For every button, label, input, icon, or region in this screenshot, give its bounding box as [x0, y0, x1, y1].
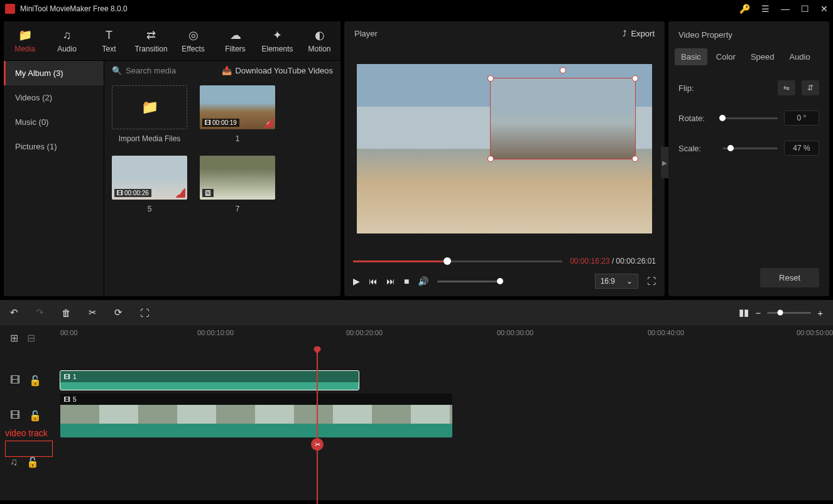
film-icon: 🎞: [64, 396, 70, 403]
property-panel: ▶ Video Property Basic Color Speed Audio…: [668, 21, 829, 296]
image-badge: 🖼: [202, 189, 214, 197]
import-label: Import Media Files: [119, 134, 181, 143]
delete-button[interactable]: 🗑: [62, 308, 71, 318]
crop-button[interactable]: ⛶: [140, 308, 150, 318]
tab-audio[interactable]: ♫Audio: [46, 21, 88, 60]
album-pictures[interactable]: Pictures (1): [4, 134, 104, 159]
flip-label: Flip:: [678, 83, 716, 93]
next-button[interactable]: ⏭: [386, 276, 395, 286]
tab-media[interactable]: 📁Media: [4, 21, 46, 60]
stop-button[interactable]: ■: [404, 276, 409, 286]
property-tab-color[interactable]: Color: [710, 48, 742, 65]
download-youtube-link[interactable]: 📥 Download YouTube Videos: [222, 66, 333, 75]
search-icon: 🔍: [112, 66, 122, 75]
filters-icon: ☁: [230, 28, 241, 42]
maximize-button[interactable]: ☐: [801, 4, 809, 14]
zoom-in-button[interactable]: +: [817, 308, 823, 318]
play-button[interactable]: ▶: [353, 276, 360, 286]
zoom-out-button[interactable]: −: [755, 308, 761, 318]
tab-filters[interactable]: ☁Filters: [214, 21, 256, 60]
tab-transition[interactable]: ⇄Transition: [130, 21, 172, 60]
fullscreen-button[interactable]: ⛶: [647, 276, 656, 286]
motion-icon: ◐: [315, 28, 325, 42]
speed-button[interactable]: ⟳: [114, 307, 122, 318]
close-button[interactable]: ✕: [820, 4, 828, 14]
zoom-slider[interactable]: [767, 312, 811, 314]
property-tab-audio[interactable]: Audio: [783, 48, 816, 65]
property-tab-speed[interactable]: Speed: [744, 48, 781, 65]
add-track-button[interactable]: ⊞: [10, 332, 18, 344]
check-icon: ✓: [175, 188, 185, 198]
titlebar: MiniTool MovieMaker Free 8.0.0 🔑 ☰ ― ☐ ✕: [0, 0, 833, 18]
album-videos[interactable]: Videos (2): [4, 85, 104, 110]
aspect-select[interactable]: 16:9 ⌄: [595, 274, 638, 289]
duration-badge: 🎞00:00:26: [114, 189, 151, 197]
rotate-slider[interactable]: [722, 117, 778, 119]
film-icon: 🎞: [205, 119, 211, 126]
check-icon: ✓: [263, 117, 273, 127]
rotate-value[interactable]: 0 °: [784, 110, 819, 126]
tab-motion[interactable]: ◐Motion: [298, 21, 340, 60]
property-title: Video Property: [668, 21, 829, 48]
annotation-box: [5, 441, 53, 457]
annotation-label: video track: [5, 428, 48, 438]
flip-horizontal-button[interactable]: ⇋: [778, 80, 795, 95]
split-button[interactable]: ✂: [89, 307, 97, 318]
preview-canvas[interactable]: [357, 64, 652, 233]
collapse-tracks-button[interactable]: ⊟: [27, 332, 35, 344]
pip-selection-box[interactable]: [490, 78, 636, 159]
scale-value[interactable]: 47 %: [784, 141, 819, 156]
minimize-button[interactable]: ―: [781, 4, 790, 14]
album-sidebar: My Album (3) Videos (2) Music (0) Pictur…: [4, 61, 104, 296]
import-folder-icon: 📁: [141, 99, 158, 115]
snap-icon[interactable]: ▮▮: [739, 307, 749, 318]
menu-icon[interactable]: ☰: [761, 4, 770, 14]
media-thumb-1[interactable]: 🎞00:00:19 ✓: [200, 85, 275, 129]
reset-button[interactable]: Reset: [760, 268, 819, 287]
effects-icon: ◎: [188, 28, 199, 42]
scale-label: Scale:: [678, 144, 716, 153]
seek-slider[interactable]: [353, 260, 562, 262]
player-title: Player: [354, 29, 623, 38]
folder-icon: 📁: [18, 28, 32, 42]
lock-icon[interactable]: 🔓: [29, 410, 41, 422]
volume-icon[interactable]: 🔊: [418, 276, 428, 286]
duration-badge: 🎞00:00:19: [202, 119, 239, 127]
lock-icon[interactable]: 🔓: [26, 456, 39, 468]
tab-elements[interactable]: ✦Elements: [256, 21, 298, 60]
expand-property-button[interactable]: ▶: [661, 147, 668, 178]
film-icon: 🎞: [117, 190, 123, 196]
thumb-label: 1: [236, 134, 240, 143]
rotate-label: Rotate:: [678, 114, 716, 123]
media-thumb-5[interactable]: 🎞00:00:26 ✓: [112, 156, 187, 200]
redo-button[interactable]: ↷: [36, 307, 44, 318]
tab-text[interactable]: TText: [88, 21, 130, 60]
image-icon: 🖼: [205, 190, 211, 196]
undo-button[interactable]: ↶: [10, 307, 18, 318]
prev-button[interactable]: ⏮: [369, 276, 378, 286]
key-icon[interactable]: 🔑: [739, 4, 750, 14]
volume-slider[interactable]: [437, 281, 500, 282]
album-music[interactable]: Music (0): [4, 110, 104, 134]
timeline-clip-1[interactable]: 🎞1: [60, 371, 359, 390]
album-my-album[interactable]: My Album (3): [4, 61, 104, 85]
scale-slider[interactable]: [722, 147, 778, 149]
export-icon: ⤴: [623, 29, 627, 38]
search-input[interactable]: 🔍 Search media: [112, 66, 222, 75]
app-title: MiniTool MovieMaker Free 8.0.0: [20, 4, 739, 13]
flip-vertical-button[interactable]: ⇵: [802, 80, 819, 95]
timeline-panel: ↶ ↷ 🗑 ✂ ⟳ ⛶ ▮▮ − + ⊞ ⊟ 00:00 00:00:10:00…: [0, 300, 833, 500]
playhead[interactable]: ✂: [317, 350, 318, 504]
tab-effects[interactable]: ◎Effects: [172, 21, 214, 60]
scissors-icon[interactable]: ✂: [311, 438, 324, 451]
sparkle-icon: ✦: [273, 28, 282, 42]
timeline-clip-5[interactable]: 🎞5: [60, 394, 452, 437]
property-tab-basic[interactable]: Basic: [675, 48, 707, 65]
total-time: 00:00:26:01: [616, 257, 656, 265]
lock-icon[interactable]: 🔓: [29, 375, 41, 387]
app-logo: [5, 4, 15, 14]
timeline-ruler[interactable]: 00:00 00:00:10:00 00:00:20:00 00:00:30:0…: [60, 325, 833, 350]
import-media-button[interactable]: 📁: [112, 85, 187, 129]
export-button[interactable]: ⤴ Export: [623, 29, 655, 38]
media-thumb-7[interactable]: 🖼: [200, 156, 275, 200]
